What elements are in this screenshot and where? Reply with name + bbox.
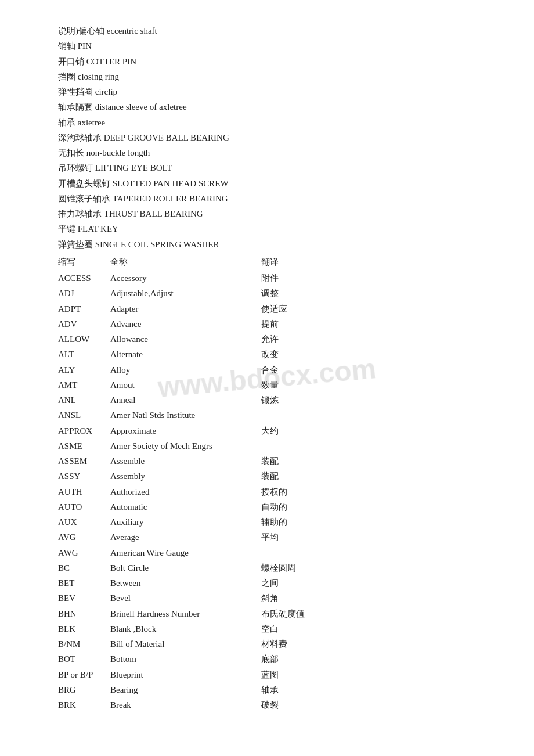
table-row: BRKBreak破裂 (58, 697, 499, 712)
abbr-short: BHN (58, 606, 110, 621)
table-row: ACCESSAccessory附件 (58, 271, 499, 286)
intro-line: 推力球轴承 THRUST BALL BEARING (58, 206, 499, 221)
abbr-zh (261, 438, 331, 453)
header-zh: 翻译 (261, 254, 331, 269)
abbr-zh: 蓝图 (261, 667, 331, 682)
abbr-short: AVG (58, 530, 110, 545)
abbr-full: Amout (110, 377, 261, 393)
table-row: BP or B/PBlueprint蓝图 (58, 667, 499, 682)
abbreviation-table: ACCESSAccessory附件ADJAdjustable,Adjust调整A… (58, 271, 499, 712)
intro-line: 开槽盘头螺钉 SLOTTED PAN HEAD SCREW (58, 176, 499, 191)
table-row: AMTAmout数量 (58, 377, 499, 393)
abbr-short: ALY (58, 362, 110, 377)
abbr-zh: 大约 (261, 423, 331, 438)
abbr-full: Authorized (110, 484, 261, 499)
abbr-full: Bolt Circle (110, 560, 261, 575)
abbr-full: Alloy (110, 362, 261, 377)
abbr-short: AMT (58, 377, 110, 393)
intro-line: 轴承 axletree (58, 115, 499, 130)
table-row: ADPTAdapter使适应 (58, 301, 499, 316)
abbr-full: Alternate (110, 347, 261, 362)
abbr-short: ADV (58, 316, 110, 332)
abbr-short: ASSEM (58, 453, 110, 469)
table-row: BCBolt Circle螺栓圆周 (58, 560, 499, 575)
table-row: ASSYAssembly装配 (58, 469, 499, 484)
table-row: BHNBrinell Hardness Number布氏硬度值 (58, 606, 499, 621)
abbr-short: BRK (58, 697, 110, 712)
abbr-short: AWG (58, 545, 110, 560)
abbr-full: Automatic (110, 499, 261, 514)
abbr-full: Adapter (110, 301, 261, 316)
abbr-full: Bottom (110, 651, 261, 667)
abbr-zh: 底部 (261, 651, 331, 667)
abbr-full: Bevel (110, 591, 261, 606)
abbr-short: BRG (58, 682, 110, 697)
abbr-short: AUTH (58, 484, 110, 499)
intro-line: 吊环螺钉 LIFTING EYE BOLT (58, 160, 499, 175)
abbr-short: ADJ (58, 286, 110, 301)
table-row: AWGAmerican Wire Gauge (58, 545, 499, 560)
table-row: BETBetween之间 (58, 575, 499, 591)
abbr-full: Bill of Material (110, 636, 261, 651)
abbr-full: Allowance (110, 332, 261, 347)
table-row: ASMEAmer Society of Mech Engrs (58, 438, 499, 453)
intro-line: 开口销 COTTER PIN (58, 54, 499, 69)
abbr-zh: 装配 (261, 453, 331, 469)
abbr-zh: 使适应 (261, 301, 331, 316)
table-row: ADJAdjustable,Adjust调整 (58, 286, 499, 301)
table-row: APPROXApproximate大约 (58, 423, 499, 438)
abbr-full: Blueprint (110, 667, 261, 682)
intro-line: 弹性挡圈 circlip (58, 84, 499, 99)
table-row: ALTAlternate改变 (58, 347, 499, 362)
abbr-short: BC (58, 560, 110, 575)
abbr-full: Approximate (110, 423, 261, 438)
abbr-zh: 材料费 (261, 636, 331, 651)
abbr-short: AUX (58, 514, 110, 530)
abbr-full: Auxiliary (110, 514, 261, 530)
table-row: AUTOAutomatic自动的 (58, 499, 499, 514)
intro-line: 弹簧垫圈 SINGLE COIL SPRING WASHER (58, 237, 499, 252)
abbr-full: Adjustable,Adjust (110, 286, 261, 301)
abbr-full: Assemble (110, 453, 261, 469)
abbr-zh: 授权的 (261, 484, 331, 499)
header-short: 缩写 (58, 254, 110, 269)
abbr-full: Brinell Hardness Number (110, 606, 261, 621)
abbr-full: Blank ,Block (110, 621, 261, 636)
intro-line: 深沟球轴承 DEEP GROOVE BALL BEARING (58, 130, 499, 145)
table-row: BOTBottom底部 (58, 651, 499, 667)
abbr-short: BOT (58, 651, 110, 667)
abbr-zh (261, 545, 331, 560)
abbr-short: B/NM (58, 636, 110, 651)
intro-line: 圆锥滚子轴承 TAPERED ROLLER BEARING (58, 191, 499, 206)
abbr-full: Average (110, 530, 261, 545)
abbr-zh: 装配 (261, 469, 331, 484)
abbr-short: APPROX (58, 423, 110, 438)
table-row: ADVAdvance提前 (58, 316, 499, 332)
abbr-full: Between (110, 575, 261, 591)
abbr-full: Amer Society of Mech Engrs (110, 438, 261, 453)
table-row: BEVBevel斜角 (58, 591, 499, 606)
abbr-zh: 附件 (261, 271, 331, 286)
abbr-full: American Wire Gauge (110, 545, 261, 560)
abbr-short: ASME (58, 438, 110, 453)
intro-section: 说明)偏心轴 eccentric shaft销轴 PIN开口销 COTTER P… (58, 23, 499, 712)
abbr-short: ASSY (58, 469, 110, 484)
abbr-zh: 合金 (261, 362, 331, 377)
abbr-full: Assembly (110, 469, 261, 484)
abbr-zh: 调整 (261, 286, 331, 301)
abbr-short: BP or B/P (58, 667, 110, 682)
abbr-short: BET (58, 575, 110, 591)
abbr-full: Accessory (110, 271, 261, 286)
abbr-short: ACCESS (58, 271, 110, 286)
abbr-zh: 辅助的 (261, 514, 331, 530)
intro-line: 销轴 PIN (58, 38, 499, 53)
abbr-full: Bearing (110, 682, 261, 697)
table-header: 缩写 全称 翻译 (58, 254, 499, 269)
abbr-short: BLK (58, 621, 110, 636)
header-full: 全称 (110, 254, 261, 269)
abbr-full: Break (110, 697, 261, 712)
table-row: ANSLAmer Natl Stds Institute (58, 408, 499, 423)
table-row: ALLOWAllowance允许 (58, 332, 499, 347)
table-row: BRGBearing轴承 (58, 682, 499, 697)
abbr-zh: 空白 (261, 621, 331, 636)
